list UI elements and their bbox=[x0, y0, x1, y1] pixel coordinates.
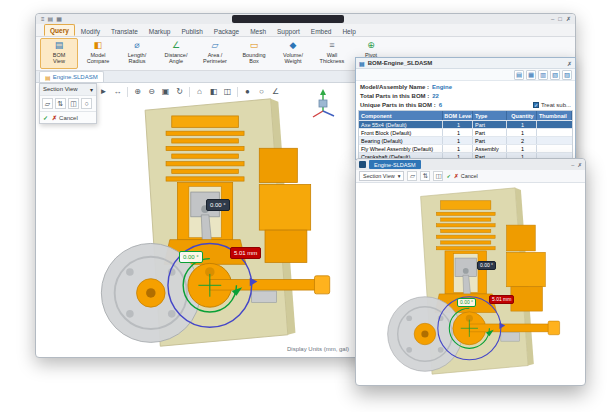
ok-button[interactable]: ✓ bbox=[446, 173, 451, 179]
window-controls: – ✗ bbox=[571, 162, 582, 168]
zoom-out-icon[interactable]: ⊖ bbox=[145, 85, 158, 98]
toolbar-divider bbox=[237, 87, 238, 97]
ribbon-tab-modify[interactable]: Modify bbox=[76, 26, 105, 36]
orientation-triad[interactable] bbox=[309, 87, 337, 119]
flip-section-icon[interactable]: ⇅ bbox=[55, 98, 66, 109]
column-header[interactable]: Thumbnail bbox=[537, 111, 572, 120]
engine-model[interactable] bbox=[97, 95, 335, 350]
column-header[interactable]: Quantity bbox=[507, 111, 537, 120]
column-header[interactable]: BOM Level bbox=[443, 111, 473, 120]
offset-section-icon[interactable]: ◫ bbox=[68, 98, 79, 109]
rotate-tool-icon[interactable]: ↻ bbox=[173, 85, 186, 98]
ribbon-tab-translate[interactable]: Translate bbox=[106, 26, 143, 36]
button-label: Weight bbox=[284, 58, 301, 64]
wireframe-mode-icon[interactable]: ○ bbox=[255, 85, 268, 98]
select-tool-icon[interactable]: ► bbox=[97, 85, 110, 98]
secondary-titlebar[interactable]: Engine-SLDASM – ✗ bbox=[356, 159, 585, 170]
home-view-icon[interactable]: ⌂ bbox=[193, 85, 206, 98]
field-label: Total Parts in this BOM : bbox=[360, 93, 429, 99]
length-radius-button[interactable]: ⌀ Length/ Radius bbox=[118, 38, 156, 69]
ribbon-tab-package[interactable]: Package bbox=[209, 26, 244, 36]
save-icon[interactable]: ▦ bbox=[56, 15, 62, 23]
engine-model[interactable] bbox=[385, 185, 563, 377]
close-icon[interactable]: ✗ bbox=[566, 15, 571, 23]
cancel-button[interactable]: ✗ Cancel bbox=[52, 114, 78, 121]
table-row[interactable]: Axe 55x4 (Default) 1 Part 1 bbox=[359, 120, 572, 128]
document-tab-engine[interactable]: ▤ Engine.SLDASM bbox=[39, 71, 104, 82]
treat-subassemblies-checkbox[interactable]: ✓ Treat sub... bbox=[533, 102, 571, 108]
shaded-mode-icon[interactable]: ● bbox=[241, 85, 254, 98]
save-icon[interactable]: ▦ bbox=[526, 70, 536, 80]
column-header[interactable]: Component bbox=[359, 111, 443, 120]
cell-level: 1 bbox=[443, 137, 473, 144]
field-label: Unique Parts in this BOM : bbox=[360, 102, 436, 108]
ribbon-tab-publish[interactable]: Publish bbox=[177, 26, 208, 36]
minimize-icon[interactable]: – bbox=[551, 15, 554, 23]
cap-section-icon[interactable]: ○ bbox=[81, 98, 92, 109]
area-perimeter-icon: ▱ bbox=[212, 39, 219, 51]
ribbon-tab-help[interactable]: Help bbox=[337, 26, 360, 36]
table-row[interactable]: Front Block (Default) 1 Part 1 bbox=[359, 128, 572, 136]
open-icon[interactable]: ▤ bbox=[48, 15, 54, 23]
cell-level: 1 bbox=[443, 121, 473, 128]
bom-titlebar[interactable]: ▤ BOM-Engine_SLDASM ✗ bbox=[356, 58, 575, 69]
export-icon[interactable]: ▨ bbox=[562, 70, 572, 80]
zoom-in-icon[interactable]: ⊕ bbox=[131, 85, 144, 98]
document-tab-label: Engine.SLDASM bbox=[53, 74, 98, 80]
bom-view-button[interactable]: ▤ BOM View bbox=[40, 38, 78, 69]
area-perimeter-button[interactable]: ▱ Area / Perimeter bbox=[196, 38, 234, 69]
close-icon[interactable]: ✗ bbox=[577, 162, 582, 168]
wall-thickness-button[interactable]: ≡ Wall Thickness bbox=[313, 38, 351, 69]
app-icon bbox=[359, 161, 366, 168]
volume-weight-icon: ◆ bbox=[290, 39, 297, 51]
table-header-row: Component BOM Level Type Quantity Thumbn… bbox=[359, 111, 572, 120]
distance-angle-button[interactable]: ∠ Distance/ Angle bbox=[157, 38, 195, 69]
measure-tool-icon[interactable]: ∠ bbox=[269, 85, 282, 98]
ribbon-tab-support[interactable]: Support bbox=[272, 26, 305, 36]
cell-type: Assembly bbox=[473, 145, 507, 152]
zoom-fit-icon[interactable]: ▣ bbox=[159, 85, 172, 98]
cell-component: Axe 55x4 (Default) bbox=[359, 121, 443, 128]
cell-qty: 1 bbox=[507, 129, 537, 136]
section-plane-icon[interactable]: ▱ bbox=[407, 171, 417, 181]
offset-section-icon[interactable]: ◫ bbox=[433, 171, 443, 181]
secondary-3d-viewport[interactable]: 0.00 ° 0.00 ° 5.01 mm bbox=[357, 183, 584, 384]
section-view-title: Section View bbox=[363, 173, 395, 179]
ribbon-tab-embed[interactable]: Embed bbox=[306, 26, 337, 36]
ribbon-tab-mesh[interactable]: Mesh bbox=[245, 26, 271, 36]
bom-field: Total Parts in this BOM : 22 bbox=[360, 91, 571, 100]
volume-weight-button[interactable]: ◆ Volume/ Weight bbox=[274, 38, 312, 69]
maximize-icon[interactable]: □ bbox=[558, 15, 562, 23]
model-compare-button[interactable]: ◧ Model Compare bbox=[79, 38, 117, 69]
open-icon[interactable]: ▤ bbox=[514, 70, 524, 80]
copy-icon[interactable]: ▧ bbox=[550, 70, 560, 80]
table-row[interactable]: Bearing (Default) 1 Part 2 bbox=[359, 136, 572, 144]
bounding-box-icon: ▭ bbox=[250, 39, 259, 51]
flip-section-icon[interactable]: ⇅ bbox=[420, 171, 430, 181]
section-tool-icon[interactable]: ◫ bbox=[221, 85, 234, 98]
standard-views-icon[interactable]: ◧ bbox=[207, 85, 220, 98]
secondary-document-tab[interactable]: Engine-SLDASM bbox=[369, 160, 421, 169]
wall-thickness-icon: ≡ bbox=[329, 39, 334, 51]
cancel-x-icon: ✗ bbox=[52, 114, 57, 121]
model-compare-icon: ◧ bbox=[94, 39, 103, 51]
ribbon-tab-query[interactable]: Query bbox=[44, 24, 75, 36]
bounding-box-button[interactable]: ▭ Bounding Box bbox=[235, 38, 273, 69]
cancel-button[interactable]: ✗ Cancel bbox=[454, 173, 478, 179]
cancel-label: Cancel bbox=[461, 173, 478, 179]
cell-type: Part bbox=[473, 121, 507, 128]
table-row[interactable]: Fly Wheel Assembly (Default) 1 Assembly … bbox=[359, 144, 572, 152]
section-plane-icon[interactable]: ▱ bbox=[42, 98, 53, 109]
pan-tool-icon[interactable]: ↔ bbox=[111, 85, 124, 98]
bom-toolbar: ▤ ▦ ▥ ▧ ▨ bbox=[356, 69, 575, 81]
print-icon[interactable]: ▥ bbox=[538, 70, 548, 80]
ok-button[interactable]: ✓ bbox=[43, 114, 48, 121]
menu-icon[interactable]: ≡ bbox=[41, 15, 45, 23]
ribbon-tab-markup[interactable]: Markup bbox=[144, 26, 176, 36]
column-header[interactable]: Type bbox=[473, 111, 507, 120]
close-icon[interactable]: ✗ bbox=[567, 60, 572, 67]
button-label: Angle bbox=[169, 58, 183, 64]
section-view-header[interactable]: Section View ▾ bbox=[40, 84, 96, 95]
section-view-dropdown[interactable]: Section View ▾ bbox=[359, 171, 404, 181]
minimize-icon[interactable]: – bbox=[571, 162, 574, 168]
